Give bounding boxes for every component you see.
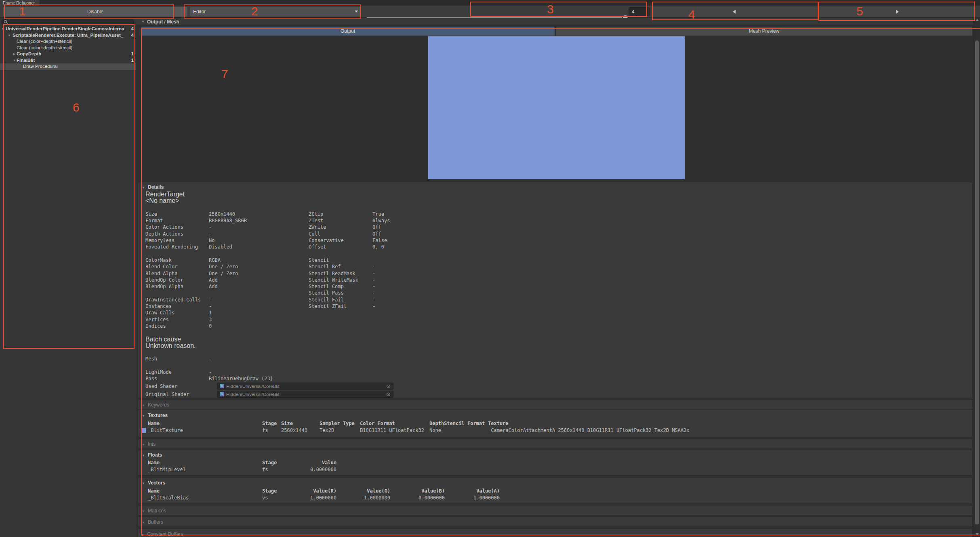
details-foldout[interactable]: ▼Details	[142, 184, 164, 190]
foldout-open-icon: ▼	[141, 19, 145, 25]
prev-frame-button[interactable]	[651, 7, 817, 17]
original-shader-field[interactable]: s Hidden/Universal/CoreBlit ⊙	[217, 391, 393, 398]
tab-mesh-preview[interactable]: Mesh Preview	[556, 27, 972, 36]
matrices-section[interactable]: ▼Matrices	[137, 505, 973, 516]
window-tab[interactable]: Frame Debugger	[0, 0, 40, 6]
search-input[interactable]	[10, 20, 132, 25]
tree-row-render-single-camera[interactable]: ▼ UniversalRenderPipeline.RenderSingleCa…	[0, 26, 136, 32]
foldout-open-icon: ▼	[142, 404, 145, 407]
used-shader-row: Used Shader s Hidden/Universal/CoreBlit …	[138, 382, 972, 390]
original-shader-value: Hidden/Universal/CoreBlit	[226, 392, 280, 397]
foldout-closed-icon[interactable]: ▶	[13, 51, 15, 57]
details-section: ▼Details RenderTarget <No name> Size2560…	[137, 182, 973, 398]
object-picker-icon[interactable]: ⊙	[386, 383, 391, 389]
left-arrow-icon	[733, 10, 736, 14]
tab-output-label: Output	[341, 28, 355, 34]
target-dropdown-value: Editor	[193, 9, 206, 15]
output-mesh-label: Output / Mesh	[147, 18, 179, 26]
lightmode-row: LightMode-	[138, 369, 972, 375]
tab-mesh-preview-label: Mesh Preview	[749, 28, 779, 34]
floats-title: Floats	[148, 452, 162, 458]
output-mesh-foldout[interactable]: ▼ Output / Mesh	[136, 18, 974, 26]
tree-row-count: 4	[131, 26, 134, 32]
floats-header-row: Name Stage Value	[138, 459, 972, 466]
disable-button-label: Disable	[87, 9, 103, 15]
keywords-section[interactable]: ▼Keywords	[137, 399, 973, 410]
window-tab-bar: Frame Debugger ⋮	[0, 0, 980, 6]
constant-buffers-title: Constant Buffers	[147, 531, 183, 537]
pass-row: PassBilinearDebugDraw (23)	[138, 375, 972, 382]
next-frame-button[interactable]	[818, 7, 976, 17]
event-tree: ▼ UniversalRenderPipeline.RenderSingleCa…	[0, 26, 136, 70]
window-title: Frame Debugger	[3, 0, 35, 5]
textures-foldout[interactable]: ▼Textures	[142, 412, 168, 419]
foldout-open-icon[interactable]: ▼	[13, 57, 16, 64]
vertical-scrollbar[interactable]	[974, 18, 980, 537]
floats-section: ▼Floats Name Stage Value _BlitMipLevel f…	[137, 450, 973, 476]
tree-row-label: ScriptableRenderer.Execute: Ultra_Pipeli…	[13, 32, 123, 39]
vectors-title: Vectors	[148, 480, 165, 486]
foldout-open-icon: ▼	[142, 510, 145, 513]
tree-row-label: FinalBlit	[17, 57, 35, 64]
tree-row-draw-procedural[interactable]: Draw Procedural	[0, 63, 136, 70]
buffers-section[interactable]: ▼Buffers	[137, 516, 973, 527]
textures-section: ▼Textures Name Stage Size Sampler Type C…	[137, 409, 973, 437]
tree-row-scriptable-renderer[interactable]: ▼ ScriptableRenderer.Execute: Ultra_Pipe…	[0, 32, 136, 39]
search-field[interactable]	[1, 19, 134, 25]
scroll-down-icon[interactable]	[976, 533, 979, 535]
textures-title: Textures	[148, 413, 168, 418]
vectors-header-row: Name Stage Value(R) Value(G) Value(B) Va…	[138, 488, 972, 494]
foldout-open-icon: ▼	[142, 454, 145, 457]
vectors-foldout[interactable]: ▼Vectors	[142, 480, 165, 486]
toolbar: Disable Editor 4	[0, 6, 980, 18]
foldout-open-icon: ▼	[142, 482, 145, 485]
foldout-open-icon[interactable]: ▼	[1, 26, 4, 32]
tree-row-clear-1[interactable]: Clear (color+depth+stencil)	[0, 38, 136, 45]
tree-row-label: Clear (color+depth+stencil)	[17, 45, 72, 51]
tree-row-label: Clear (color+depth+stencil)	[17, 38, 72, 45]
tree-row-label: Draw Procedural	[23, 63, 58, 70]
foldout-open-icon: ▼	[142, 414, 145, 418]
used-shader-label: Used Shader	[145, 383, 209, 389]
tree-row-finalblit[interactable]: ▼ FinalBlit 1	[0, 57, 136, 64]
render-target-line: RenderTarget	[138, 191, 972, 198]
vector-row: _BlitScaleBias vs 1.0000000 -1.0000000 0…	[138, 495, 972, 501]
render-target-name: <No name>	[138, 198, 972, 204]
texture-row[interactable]: _BlitTexture fs 2560x1440 Tex2D B10G11R1…	[138, 427, 972, 434]
window-menu-icon[interactable]: ⋮	[973, 0, 977, 5]
floats-foldout[interactable]: ▼Floats	[142, 452, 162, 458]
constant-buffers-section[interactable]: ▶Constant Buffers	[137, 529, 973, 537]
tree-row-label: UniversalRenderPipeline.RenderSingleCame…	[6, 26, 124, 32]
ints-title: Ints	[148, 441, 156, 447]
batch-cause-label: Batch cause	[138, 336, 972, 343]
foldout-open-icon[interactable]: ▼	[8, 32, 11, 39]
object-picker-icon[interactable]: ⊙	[386, 392, 391, 397]
search-icon	[4, 20, 8, 24]
disable-button[interactable]: Disable	[3, 7, 187, 17]
target-dropdown[interactable]: Editor	[190, 7, 361, 17]
tree-row-count: 4	[131, 32, 134, 39]
keywords-title: Keywords	[148, 402, 169, 408]
vectors-section: ▼Vectors Name Stage Value(R) Value(G) Va…	[137, 477, 973, 504]
matrices-title: Matrices	[148, 508, 166, 514]
event-tree-panel: ▼ UniversalRenderPipeline.RenderSingleCa…	[0, 18, 136, 537]
tab-output[interactable]: Output	[141, 27, 555, 36]
used-shader-field[interactable]: s Hidden/Universal/CoreBlit ⊙	[217, 383, 393, 390]
mesh-row: Mesh-	[138, 356, 972, 362]
tree-row-count: 1	[131, 51, 134, 57]
tree-row-copydepth[interactable]: ▶ CopyDepth 1	[0, 51, 136, 57]
foldout-open-icon: ▼	[142, 443, 145, 446]
used-shader-value: Hidden/Universal/CoreBlit	[226, 384, 280, 389]
tree-row-clear-2[interactable]: Clear (color+depth+stencil)	[0, 45, 136, 51]
texture-thumbnail[interactable]	[141, 428, 146, 433]
frame-number-value: 4	[632, 8, 635, 16]
batch-cause-value: Unknown reason.	[138, 343, 972, 349]
original-shader-label: Original Shader	[145, 392, 209, 397]
chevron-down-icon	[355, 11, 358, 13]
ints-section[interactable]: ▼Ints	[137, 438, 973, 449]
frame-number-field[interactable]: 4	[629, 7, 650, 16]
scroll-up-icon[interactable]	[976, 19, 979, 21]
scrollbar-thumb[interactable]	[975, 40, 979, 524]
tree-row-label: CopyDepth	[17, 51, 41, 57]
details-text: RenderTarget <No name> Size2560x1440ZCli…	[138, 191, 972, 398]
